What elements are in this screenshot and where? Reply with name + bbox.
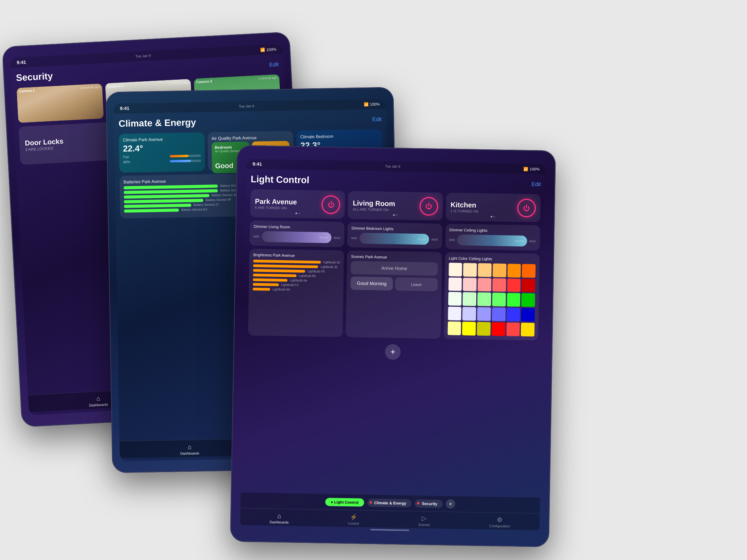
brightness-bar-5 [253,278,288,282]
battery-bar-6 [124,208,179,212]
leave-btn[interactable]: Leave [395,277,437,291]
color-swatch-6[interactable] [448,277,462,291]
dimmer-ceiling-min: MIN [449,238,455,242]
status-right-3: 📶 100% [523,166,540,171]
light-color-card[interactable]: Light Color Ceiling Lights [444,252,540,340]
battery-row-6: Battery Service E4 [124,207,246,212]
nav-dashboards-label-2: Dashboards [180,451,199,455]
color-swatch-24[interactable] [447,321,461,335]
climate-park-avenue-card[interactable]: Climate Park Avenue 22.4° Fair [119,132,205,173]
color-swatch-1[interactable] [463,263,477,276]
color-swatch-28[interactable] [506,322,520,336]
brightness-bar-3 [253,269,305,273]
color-swatch-22[interactable] [507,308,520,321]
color-swatch-15[interactable] [492,293,506,306]
color-swatch-9[interactable] [492,278,506,292]
nav-config-label-3: Configuration [489,524,510,528]
tab-light-control[interactable]: ● Light Control [325,498,364,507]
tab-climate-energy[interactable]: Climate & Energy [367,498,412,507]
color-swatch-10[interactable] [507,278,521,292]
color-swatch-18[interactable] [448,307,461,320]
dimmer-bedroom-track[interactable]: >>>> [359,233,430,245]
color-swatch-23[interactable] [521,308,535,322]
lr-dots [393,214,397,216]
dimmer-ceiling-chevrons: >>>> [515,239,524,243]
color-swatch-13[interactable] [463,292,476,306]
dimmer-bedroom-max: MAX [431,238,438,241]
add-scene-btn[interactable]: + [385,344,401,360]
color-swatch-5[interactable] [522,264,535,278]
wifi-icon-2: 📶 [363,102,368,106]
zone-living-room[interactable]: Living Room ALL ARE TURNED ON ⏻ [348,191,443,220]
climate-edit-btn[interactable]: Edit [372,116,382,122]
nav-dashboards-1[interactable]: ⌂ Dashboards [89,395,108,407]
color-swatch-29[interactable] [521,323,535,336]
brightness-bar-2 [253,264,318,268]
nav-dashboards-3[interactable]: ⌂ Dashboards [270,512,289,524]
climate-header: Climate & Energy Edit [119,114,382,129]
dimmer-ceiling-slider: MIN >>>> MAX [449,234,536,247]
color-swatch-21[interactable] [492,308,505,321]
dimmer-bedroom-chevrons: >>>> [417,237,426,242]
color-swatch-3[interactable] [493,263,506,277]
color-swatch-8[interactable] [478,278,491,292]
kitchen-dots [491,216,495,217]
dimmer-ceiling-title: Dimmer Ceiling Lights [449,228,536,233]
color-swatch-20[interactable] [477,307,491,321]
scene-container: 9:41 Tue Jan 9 📶 100% Security Edit [0,0,747,560]
zone-kitchen[interactable]: Kitchen 1 IS TURNED ON ⏻ [445,192,541,222]
color-swatch-2[interactable] [478,263,491,277]
color-swatch-16[interactable] [507,293,520,307]
color-swatch-4[interactable] [507,264,521,277]
nav-dashboards-2[interactable]: ⌂ Dashboards [180,443,199,455]
door-lock-info: Door Locks 3 ARE LOCKED [25,137,64,152]
dimmer-living-room[interactable]: Dimmer Living Room MIN >>>> MAX [249,220,344,247]
light-edit-btn[interactable]: Edit [531,181,541,187]
color-swatch-19[interactable] [463,307,476,320]
zone-pa-info: Park Avenue 6 ARE TURNED ON [255,197,297,210]
nav-scenes-3[interactable]: ▷ Scenes [418,514,430,527]
climate-pa-title: Climate Park Avenue [123,136,201,142]
color-swatch-25[interactable] [462,322,476,335]
color-swatch-27[interactable] [491,322,505,336]
nav-control-3[interactable]: ⚡ Control [348,513,359,526]
color-swatch-26[interactable] [477,322,491,336]
nav-config-3[interactable]: ⚙ Configuration [489,516,510,528]
zone-pa-power-btn[interactable]: ⏻ [321,195,340,214]
battery-bar-3 [124,194,209,198]
color-swatch-17[interactable] [521,293,535,307]
battery-name-5: Battery Service 27 [193,203,219,206]
good-morning-btn[interactable]: Good Morning [351,276,393,290]
fair-bar [170,154,201,157]
color-swatch-11[interactable] [522,278,535,292]
battery-name-3: Battery Service 5E [212,193,237,197]
camera-3-label: Camera 3 [196,79,212,84]
arrive-home-btn[interactable]: Arrive Home [351,261,438,276]
camera-1-card[interactable]: Camera 1 4 seconds ago [16,84,103,123]
brightness-card[interactable]: Brightness Park Avenue Lightbulb 26 [248,249,344,337]
scenes-icon-3: ▷ [422,514,426,522]
dimmer-ceiling-max: MAX [529,240,536,243]
dimmer-ceiling[interactable]: Dimmer Ceiling Lights MIN >>>> MAX [445,224,540,250]
brightness-name-1: Lightbulb 26 [323,261,340,264]
color-swatch-14[interactable] [477,292,491,306]
zone-kitchen-power-btn[interactable]: ⏻ [517,199,536,218]
batteries-card[interactable]: Batteries Park Avenue Battery Service A3 [119,173,250,219]
dimmer-lr-track[interactable]: >>>> [261,231,331,243]
scenes-card[interactable]: Scenes Park Avenue Arrive Home Good Morn… [346,250,442,339]
zone-park-avenue[interactable]: Park Avenue 6 ARE TURNED ON ⏻ [250,189,345,219]
tab-plus-btn[interactable]: + [446,499,455,508]
color-swatch-7[interactable] [463,278,477,291]
nav-scenes-label-3: Scenes [418,523,430,527]
home-indicator-3 [370,529,409,531]
status-right-2: 📶 100% [363,102,380,107]
dimmer-ceiling-track[interactable]: >>>> [457,234,527,247]
dimmer-bedroom[interactable]: Dimmer Bedroom Lights MIN >>>> MAX [347,222,442,249]
battery-name-6: Battery Service E4 [181,208,207,212]
security-edit-btn[interactable]: Edit [269,61,279,68]
tab-security[interactable]: Security [415,499,443,508]
color-swatch-0[interactable] [449,262,462,276]
color-swatch-12[interactable] [448,292,461,306]
zone-lr-power-btn[interactable]: ⏻ [419,197,438,216]
humidity-bar [170,159,201,162]
